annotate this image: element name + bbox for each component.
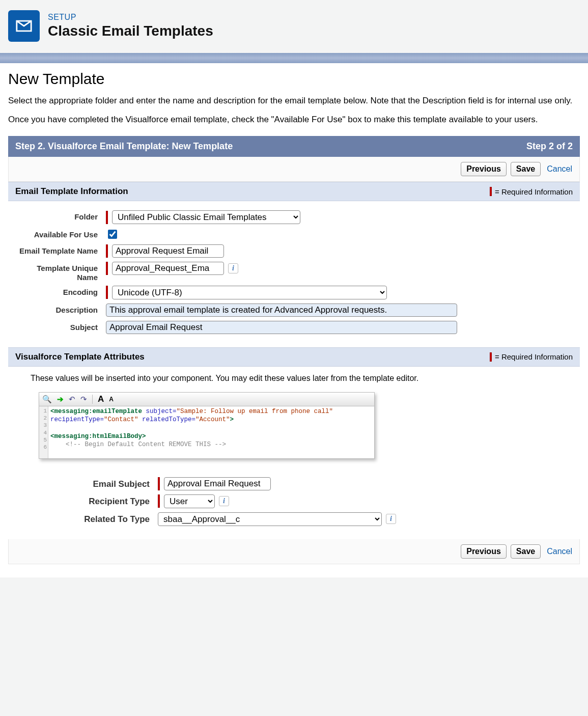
zoom-icon[interactable]: 🔍 bbox=[42, 395, 52, 404]
cancel-link[interactable]: Cancel bbox=[547, 547, 572, 556]
related-to-type-select[interactable]: sbaa__Approval__c bbox=[158, 512, 382, 526]
step-indicator: Step 2 of 2 bbox=[526, 141, 573, 152]
required-indicator-icon bbox=[158, 477, 160, 490]
intro-text-1: Select the appropriate folder and enter … bbox=[8, 95, 580, 107]
code-editor[interactable]: 🔍 ➔ ↶ ↷ A A 123456 <messaging:emailTempl… bbox=[39, 392, 375, 459]
info-icon[interactable]: i bbox=[386, 514, 396, 524]
label-email-subject: Email Subject bbox=[56, 477, 158, 489]
separator bbox=[92, 395, 93, 404]
page-header: SETUP Classic Email Templates bbox=[0, 0, 588, 53]
folder-select[interactable]: Unfiled Public Classic Email Templates bbox=[112, 210, 300, 224]
section-title: Visualforce Template Attributes bbox=[15, 352, 145, 362]
cancel-link[interactable]: Cancel bbox=[547, 164, 572, 174]
label-available: Available For Use bbox=[15, 228, 106, 239]
font-large-icon[interactable]: A bbox=[98, 394, 104, 404]
divider-band bbox=[0, 53, 588, 63]
header-title: Classic Email Templates bbox=[48, 23, 213, 39]
goto-icon[interactable]: ➔ bbox=[57, 395, 64, 404]
line-gutter: 123456 bbox=[39, 406, 48, 458]
email-subject-input[interactable] bbox=[164, 477, 271, 490]
editor-toolbar: 🔍 ➔ ↶ ↷ A A bbox=[39, 393, 374, 406]
label-recipient-type: Recipient Type bbox=[56, 494, 158, 507]
label-subject: Subject bbox=[15, 321, 106, 332]
bottom-toolbar: Previous Save Cancel bbox=[8, 539, 580, 564]
required-indicator-icon bbox=[158, 494, 160, 508]
label-encoding: Encoding bbox=[15, 286, 106, 296]
required-indicator-icon bbox=[106, 262, 108, 275]
subject-input[interactable] bbox=[106, 321, 457, 334]
recipient-type-select[interactable]: User bbox=[164, 494, 215, 508]
info-icon[interactable]: i bbox=[228, 263, 238, 273]
label-folder: Folder bbox=[15, 210, 106, 221]
label-template-name: Email Template Name bbox=[15, 244, 106, 255]
required-indicator-icon bbox=[106, 286, 108, 299]
section-email-template-info: Email Template Information = Required In… bbox=[8, 182, 580, 201]
step-title: Step 2. Visualforce Email Template: New … bbox=[15, 141, 233, 152]
required-indicator-icon bbox=[490, 187, 492, 196]
step-header: Step 2. Visualforce Email Template: New … bbox=[8, 136, 580, 157]
label-related-to-type: Related To Type bbox=[56, 512, 158, 525]
required-indicator-icon bbox=[106, 244, 108, 258]
unique-name-input[interactable] bbox=[112, 262, 224, 275]
page-title: New Template bbox=[8, 70, 580, 88]
required-hint: = Required Information bbox=[490, 187, 573, 196]
label-unique-name: Template Unique Name bbox=[15, 262, 106, 282]
section-vf-attributes: Visualforce Template Attributes = Requir… bbox=[8, 347, 580, 367]
template-name-input[interactable] bbox=[112, 244, 224, 258]
undo-icon[interactable]: ↶ bbox=[69, 395, 75, 404]
email-icon bbox=[8, 10, 40, 42]
font-small-icon[interactable]: A bbox=[109, 396, 114, 403]
encoding-select[interactable]: Unicode (UTF-8) bbox=[112, 286, 387, 299]
label-description: Description bbox=[15, 304, 106, 314]
required-hint: = Required Information bbox=[490, 352, 573, 362]
required-indicator-icon bbox=[490, 352, 492, 362]
previous-button[interactable]: Previous bbox=[461, 162, 507, 176]
available-for-use-checkbox[interactable] bbox=[108, 230, 117, 239]
save-button[interactable]: Save bbox=[511, 162, 541, 176]
save-button[interactable]: Save bbox=[511, 544, 541, 559]
info-icon[interactable]: i bbox=[219, 496, 229, 506]
previous-button[interactable]: Previous bbox=[461, 544, 507, 559]
attributes-intro-text: These values will be inserted into your … bbox=[8, 367, 580, 389]
code-content[interactable]: <messaging:emailTemplate subject="Sample… bbox=[48, 406, 335, 458]
header-kicker: SETUP bbox=[48, 13, 213, 22]
intro-text-2: Once you have completed the Visualforce … bbox=[8, 114, 580, 126]
redo-icon[interactable]: ↷ bbox=[80, 395, 87, 404]
top-toolbar: Previous Save Cancel bbox=[8, 157, 580, 182]
required-indicator-icon bbox=[106, 211, 108, 224]
description-input[interactable] bbox=[106, 304, 457, 317]
section-title: Email Template Information bbox=[15, 186, 128, 197]
